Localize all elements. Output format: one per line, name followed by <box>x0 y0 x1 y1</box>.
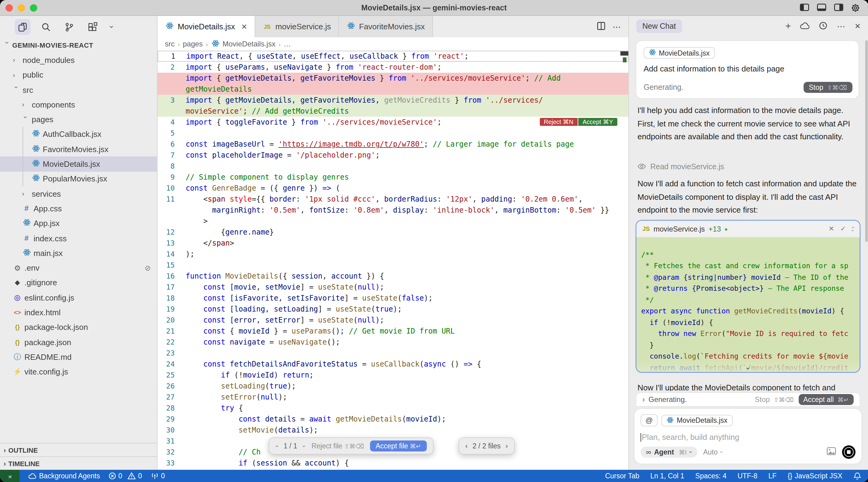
context-file-chip[interactable]: MovieDetails.jsx <box>661 415 733 426</box>
read-file-row[interactable]: Read movieService.js <box>638 162 724 171</box>
problems-item[interactable]: 0 0 <box>109 472 142 480</box>
chat-input[interactable]: @ MovieDetails.jsx Plan, search, build a… <box>634 408 862 464</box>
chat-scrollbar[interactable] <box>865 40 867 242</box>
timeline-section[interactable]: ›TIMELINE <box>0 456 157 470</box>
tree-item-public[interactable]: ›public <box>0 67 157 83</box>
scrollbar-thumb[interactable] <box>620 51 628 56</box>
tab-moviedetails-jsx[interactable]: MovieDetails.jsx✕ <box>158 16 255 37</box>
breadcrumb-item[interactable]: src <box>165 40 175 48</box>
code-token: useState <box>318 316 353 324</box>
code-block-body[interactable]: /** * Fetches the cast and crew informat… <box>636 238 860 373</box>
ports-item[interactable]: 0 <box>151 472 165 480</box>
stop-generation-button[interactable] <box>842 445 856 459</box>
tree-item-popularmovies-jsx[interactable]: PopularMovies.jsx <box>0 171 157 186</box>
overview-ruler[interactable] <box>620 51 628 470</box>
split-editor-icon[interactable] <box>597 21 605 32</box>
tree-item--env[interactable]: ⚙.env⊘ <box>0 261 157 275</box>
tree-item-moviedetails-jsx[interactable]: MovieDetails.jsx <box>0 157 157 172</box>
toggle-right-panel-icon[interactable] <box>834 3 843 12</box>
reject-block-icon[interactable]: ✕ <box>829 225 834 233</box>
code-token: , <box>278 294 287 302</box>
chevron-right-icon[interactable]: › <box>642 395 645 404</box>
encoding-item[interactable]: UTF-8 <box>738 472 757 480</box>
remote-indicator[interactable]: ›‹ <box>0 470 20 482</box>
file-chip[interactable]: MovieDetails.jsx <box>644 47 715 59</box>
breadcrumb-separator: › <box>278 41 281 47</box>
extensions-icon[interactable] <box>84 19 100 35</box>
tab-favoritemovies-jsx[interactable]: FavoriteMovies.jsx <box>339 16 433 37</box>
history-icon[interactable] <box>819 21 828 31</box>
tree-item-src[interactable]: ›src <box>0 83 157 97</box>
mention-button[interactable]: @ <box>641 414 658 426</box>
code-block-header[interactable]: JS movieService.js +13 • ✕ ✓ ›› <box>636 220 860 238</box>
toggle-bottom-panel-icon[interactable] <box>817 3 826 12</box>
tree-item-readme-md[interactable]: ⓘREADME.md <box>0 350 157 364</box>
new-chat-tab[interactable]: New Chat <box>636 20 682 33</box>
source-control-icon[interactable] <box>61 19 77 35</box>
tree-item-package-json[interactable]: {}package.json <box>0 335 157 350</box>
breadcrumb-item[interactable]: MovieDetails.jsx <box>211 39 275 49</box>
line-col-item[interactable]: Ln 1, Col 1 <box>650 472 684 480</box>
tree-item-services[interactable]: ›services <box>0 186 157 201</box>
attach-image-icon[interactable] <box>827 447 836 457</box>
tree-item-package-lock-json[interactable]: {}package-lock.json <box>0 320 157 335</box>
code-token: const <box>203 305 225 313</box>
agent-mode-selector[interactable]: ∞ Agent ⌘I › <box>641 447 697 458</box>
cursor-tab-item[interactable]: Cursor Tab <box>605 472 639 480</box>
background-agents-item[interactable]: Background Agents <box>28 472 100 480</box>
stop-all-button[interactable]: Stop ⇧⌘⌫ <box>755 395 794 404</box>
stop-button[interactable]: Stop ⇧⌘⌫ <box>803 82 852 93</box>
prev-diff-icon[interactable]: › <box>273 445 280 447</box>
expand-chevron-icon[interactable]: › <box>744 366 752 370</box>
add-chat-icon[interactable]: + <box>785 21 791 32</box>
reject-diff-button[interactable]: Reject ⌘N <box>539 118 578 126</box>
language-mode-item[interactable]: {} JavaScript JSX <box>788 472 842 480</box>
code-token: log <box>684 352 696 361</box>
tree-item-index-css[interactable]: #index.css <box>0 231 157 246</box>
tree-item-eslint-config-js[interactable]: ◎eslint.config.js <box>0 290 157 305</box>
tree-item-app-jsx[interactable]: App.jsx <box>0 216 157 231</box>
spaces-item[interactable]: Spaces: 4 <box>695 472 726 480</box>
chevron-down-icon[interactable]: › <box>107 19 116 35</box>
close-panel-icon[interactable]: ✕ <box>855 22 861 31</box>
cloud-icon[interactable] <box>800 21 810 31</box>
tree-item-main-jsx[interactable]: main.jsx <box>0 246 157 261</box>
expand-icon[interactable]: ›› <box>852 226 854 232</box>
next-file-icon[interactable]: › <box>505 442 508 450</box>
breadcrumb-item[interactable]: pages <box>183 40 203 48</box>
tab-movieservice-js[interactable]: JSmovieService.js <box>255 16 339 37</box>
tree-item--gitignore[interactable]: ◆.gitignore <box>0 275 157 291</box>
model-selector[interactable]: Auto› <box>703 448 722 456</box>
tree-item-node-modules[interactable]: ›node_modules <box>0 53 157 68</box>
chevron-down-icon: › <box>22 116 29 123</box>
toggle-left-panel-icon[interactable] <box>800 3 809 12</box>
accept-diff-button[interactable]: Accept ⌘Y <box>578 118 617 126</box>
next-diff-icon[interactable]: › <box>301 445 308 447</box>
explorer-icon[interactable] <box>14 19 31 35</box>
prev-file-icon[interactable]: ‹ <box>465 442 468 450</box>
code-editor[interactable]: 1import React, { useState, useEffect, us… <box>158 51 628 470</box>
tree-item-authcallback-jsx[interactable]: AuthCallback.jsx <box>0 127 157 142</box>
more-actions-icon[interactable]: ⋯ <box>613 22 621 31</box>
tree-item-gemini-movies-react[interactable]: ›GEMINI-MOVIES-REACT <box>0 38 157 53</box>
tree-item-pages[interactable]: ›pages <box>0 112 157 127</box>
accept-block-icon[interactable]: ✓ <box>840 225 846 233</box>
eol-item[interactable]: LF <box>769 472 777 480</box>
breadcrumb-item[interactable]: … <box>284 40 291 48</box>
close-tab-icon[interactable]: ✕ <box>241 22 247 31</box>
settings-gear-icon[interactable] <box>851 3 860 12</box>
code-token: import <box>186 52 213 60</box>
tree-item-vite-config-js[interactable]: ⚡vite.config.js <box>0 364 157 380</box>
tree-item-favoritemovies-jsx[interactable]: FavoriteMovies.jsx <box>0 142 157 157</box>
accept-file-button[interactable]: Accept file⌘↵ <box>370 441 427 451</box>
accept-all-button[interactable]: Accept all ⌘↵ <box>798 394 854 405</box>
more-options-icon[interactable]: ⋯ <box>837 21 845 31</box>
tree-item-app-css[interactable]: #App.css <box>0 201 157 216</box>
reject-file-button[interactable]: Reject file⇧⌘⌫ <box>311 442 364 450</box>
code-token <box>186 404 221 412</box>
outline-section[interactable]: ›OUTLINE <box>0 443 157 456</box>
notifications-bell-icon[interactable] <box>854 472 861 480</box>
tree-item-index-html[interactable]: <>index.html <box>0 305 157 320</box>
search-icon[interactable] <box>38 19 54 35</box>
tree-item-components[interactable]: ›components <box>0 97 157 112</box>
